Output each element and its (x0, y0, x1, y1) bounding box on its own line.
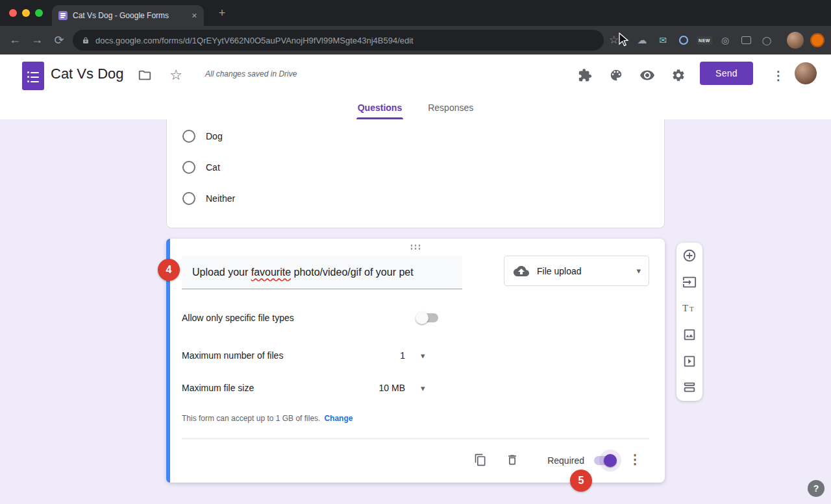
radio-icon[interactable] (182, 161, 195, 174)
extension-icon-circle[interactable]: ◯ (760, 33, 774, 47)
forward-icon[interactable]: → (30, 33, 44, 47)
browser-toolbar: ← → ⟳ docs.google.com/forms/d/1QrEYytV66… (0, 26, 831, 54)
max-files-value[interactable]: 1 (354, 350, 405, 361)
extension-new-badge: NEW (697, 36, 712, 45)
question-type-label: File upload (537, 266, 628, 276)
question-more-icon[interactable]: ⋮ (627, 451, 643, 467)
delete-trash-icon[interactable] (504, 452, 520, 468)
preview-eye-icon[interactable] (638, 66, 657, 85)
move-to-folder-icon[interactable] (135, 66, 155, 85)
add-video-icon[interactable] (676, 348, 702, 374)
option-row: Dog (182, 128, 223, 144)
browser-tab[interactable]: Cat Vs Dog - Google Forms ✕ (52, 5, 204, 26)
step-badge-5: 5 (570, 470, 592, 492)
tab-close-icon[interactable]: ✕ (192, 12, 197, 20)
tab-responses[interactable]: Responses (427, 97, 475, 119)
address-bar[interactable]: docs.google.com/forms/d/1QrEYytV662N0O5a… (73, 30, 604, 51)
browser-profile-avatar[interactable] (787, 32, 804, 49)
extension-icon-target[interactable]: ◎ (718, 33, 732, 47)
browser-menu-icon[interactable] (810, 33, 825, 47)
option-row: Neither (182, 191, 235, 206)
url-text: docs.google.com/forms/d/1QrEYytV662N0O5a… (95, 36, 414, 45)
mouse-cursor (618, 32, 631, 47)
extension-icon-cast[interactable] (739, 33, 753, 47)
change-link[interactable]: Change (324, 414, 353, 423)
back-icon[interactable]: ← (8, 33, 22, 47)
screen: { "browser": { "tab_title": "Cat Vs Dog … (0, 0, 831, 504)
option-label: Dog (206, 131, 223, 141)
add-title-icon[interactable]: TT (676, 295, 702, 322)
toggle-knob (416, 311, 428, 324)
option-label: Cat (206, 162, 220, 173)
setting-label-file-types: Allow only specific file types (182, 313, 294, 323)
capacity-note: This form can accept up to 1 GB of files… (182, 414, 320, 423)
tab-title: Cat Vs Dog - Google Forms (73, 11, 186, 20)
bookmark-star-icon[interactable]: ☆ (609, 33, 619, 47)
forms-favicon-icon (58, 11, 68, 20)
forms-logo-icon[interactable] (22, 62, 44, 90)
settings-gear-icon[interactable] (669, 66, 688, 85)
help-button[interactable]: ? (808, 480, 825, 497)
radio-icon[interactable] (182, 130, 195, 143)
title-text: photo/video/gif of your pet (291, 267, 414, 278)
import-questions-icon[interactable] (676, 269, 702, 296)
new-tab-button[interactable]: + (216, 6, 229, 20)
svg-text:T: T (682, 303, 688, 313)
traffic-lights (9, 9, 43, 17)
question-type-dropdown[interactable]: File upload ▾ (504, 256, 649, 286)
capacity-note-row: This form can accept up to 1 GB of files… (182, 414, 353, 423)
extension-icon-mail[interactable]: ✉ (656, 33, 670, 47)
extension-icon-ring[interactable] (676, 33, 691, 47)
minimize-window-button[interactable] (22, 9, 30, 17)
max-size-value[interactable]: 10 MB (354, 383, 405, 393)
question-card-previous[interactable]: Dog Cat Neither (166, 119, 665, 228)
add-question-icon[interactable] (676, 243, 702, 269)
form-title[interactable]: Cat Vs Dog (51, 66, 124, 82)
chevron-down-icon[interactable]: ▾ (421, 351, 425, 361)
add-image-icon[interactable] (676, 322, 702, 348)
zoom-window-button[interactable] (35, 9, 43, 17)
question-title-input[interactable]: Upload your favourite photo/video/gif of… (182, 256, 462, 289)
extension-icon-new[interactable]: NEW (696, 33, 713, 47)
title-misspelled-text: favourite (251, 267, 291, 278)
drag-handle-icon[interactable] (410, 244, 421, 250)
add-section-icon[interactable] (676, 374, 702, 401)
required-label: Required (527, 455, 584, 466)
title-text: Upload your (192, 267, 251, 278)
cloud-upload-icon (514, 263, 529, 279)
form-nav-tabs: Questions Responses (0, 97, 831, 119)
extension-icon-drive[interactable]: ☁ (635, 33, 649, 47)
reload-icon[interactable]: ⟳ (52, 33, 66, 47)
required-toggle[interactable] (593, 454, 617, 467)
svg-text:T: T (689, 305, 694, 313)
forms-app-bar: Cat Vs Dog ☆ All changes saved in Drive … (0, 54, 831, 97)
close-window-button[interactable] (9, 9, 17, 17)
lock-icon (82, 36, 90, 44)
browser-tabstrip: Cat Vs Dog - Google Forms ✕ + (0, 0, 831, 26)
question-side-toolbar: TT (676, 243, 702, 401)
tab-questions[interactable]: Questions (356, 97, 403, 119)
chevron-down-icon: ▾ (636, 266, 641, 276)
option-label: Neither (206, 193, 235, 204)
setting-label-max-files: Maximum number of files (182, 350, 283, 361)
file-types-toggle[interactable] (416, 311, 439, 324)
more-options-icon[interactable]: ⋮ (769, 66, 788, 85)
send-button[interactable]: Send (700, 62, 753, 85)
card-divider (182, 438, 649, 439)
chevron-down-icon[interactable]: ▾ (421, 383, 425, 393)
question-card-active[interactable]: 4 Upload your favourite photo/video/gif … (166, 239, 665, 483)
form-editor-canvas: Dog Cat Neither 4 Upload your favourite … (0, 119, 831, 504)
saved-status[interactable]: All changes saved in Drive (205, 69, 297, 78)
step-badge-4: 4 (158, 259, 180, 281)
addons-puzzle-icon[interactable] (575, 66, 595, 85)
theme-palette-icon[interactable] (606, 66, 626, 85)
toggle-knob (604, 454, 617, 467)
account-avatar[interactable] (795, 62, 817, 84)
duplicate-icon[interactable] (473, 452, 488, 468)
setting-label-max-size: Maximum file size (182, 383, 254, 393)
radio-icon[interactable] (182, 192, 195, 205)
star-form-icon[interactable]: ☆ (166, 66, 186, 85)
option-row: Cat (182, 160, 220, 175)
